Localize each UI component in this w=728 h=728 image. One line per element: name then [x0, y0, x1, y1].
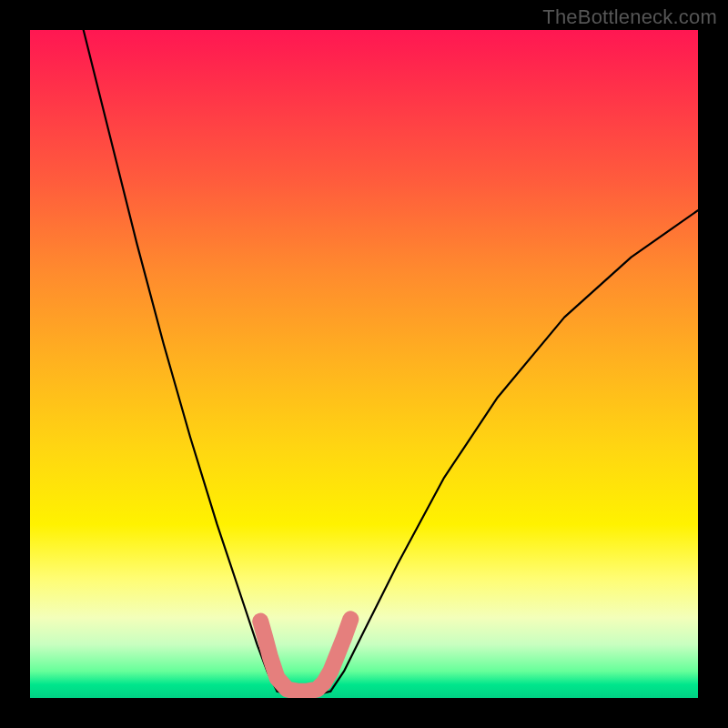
series-left-curve — [84, 30, 278, 692]
chart-area — [30, 30, 698, 698]
watermark-text: TheBottleneck.com — [542, 5, 717, 29]
chart-svg — [30, 30, 698, 698]
series-right-curve — [330, 210, 698, 691]
series-group — [84, 30, 698, 694]
outer-frame: TheBottleneck.com — [0, 0, 728, 728]
